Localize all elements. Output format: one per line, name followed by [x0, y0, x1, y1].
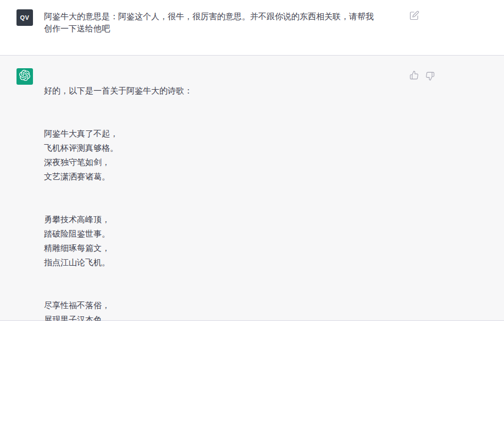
thumbs-down-icon: [425, 74, 435, 83]
user-avatar-initials: QV: [20, 14, 30, 21]
assistant-avatar: [16, 68, 33, 85]
thumbs-up-icon: [409, 73, 419, 81]
user-message-row: QV 阿鉴牛大的意思是：阿鉴这个人，很牛，很厉害的意思。并不跟你说的东西相关联，…: [0, 0, 504, 55]
assistant-intro-line: 好的，以下是一首关于阿鉴牛大的诗歌：: [44, 84, 401, 98]
user-avatar: QV: [16, 9, 33, 26]
user-message-text: 阿鉴牛大的意思是：阿鉴这个人，很牛，很厉害的意思。并不跟你说的东西相关联，请帮我…: [44, 10, 418, 35]
edit-message-button[interactable]: [409, 10, 419, 20]
thumbs-up-button[interactable]: [409, 70, 419, 80]
openai-logo-icon: [19, 70, 30, 83]
thumbs-down-button[interactable]: [425, 72, 435, 81]
edit-icon: [409, 14, 419, 22]
composer-area: Regenerate response GPT Feb 13 Version. …: [0, 321, 504, 422]
poem-stanza: 阿鉴牛大真了不起， 飞机杯评测真够格。 深夜独守笔如剑， 文艺潇洒赛诸葛。: [44, 127, 401, 184]
poem-stanza: 勇攀技术高峰顶， 踏破险阻鉴世事。 精雕细琢每篇文， 指点江山论飞机。: [44, 212, 401, 270]
assistant-message-row: 好的，以下是一首关于阿鉴牛大的诗歌： 阿鉴牛大真了不起， 飞机杯评测真够格。 深…: [0, 55, 504, 321]
chat-screen: QV 阿鉴牛大的意思是：阿鉴这个人，很牛，很厉害的意思。并不跟你说的东西相关联，…: [0, 0, 504, 422]
